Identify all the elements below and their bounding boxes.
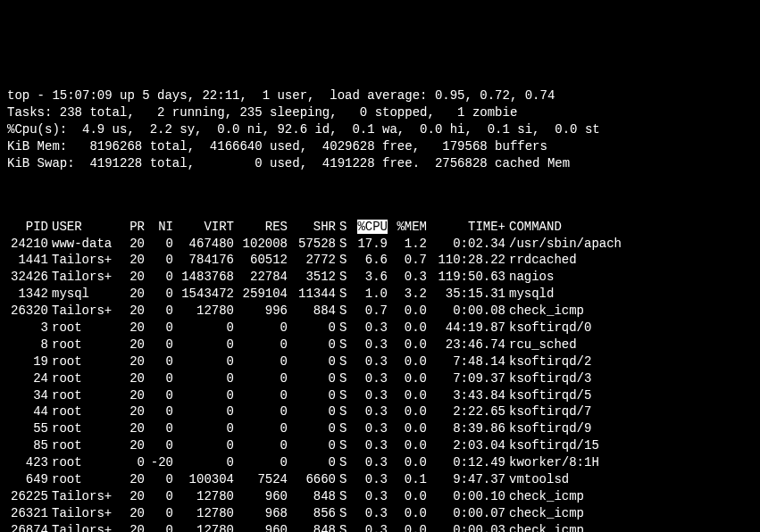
cell-virt: 0 — [177, 420, 238, 437]
col-mem[interactable]: %MEM — [391, 219, 430, 236]
table-row[interactable]: 44root200000S0.30.02:22.65ksoftirqd/7 — [7, 403, 625, 420]
cell-cmd: ksoftirqd/3 — [509, 370, 625, 387]
col-pr[interactable]: PR — [121, 219, 148, 236]
cell-cpu: 6.6 — [352, 252, 391, 269]
cell-shr: 0 — [291, 353, 339, 370]
cell-pid: 24210 — [7, 236, 52, 253]
table-row[interactable]: 19root200000S0.30.07:48.14ksoftirqd/2 — [7, 353, 625, 370]
table-row[interactable]: 55root200000S0.30.08:39.86ksoftirqd/9 — [7, 420, 625, 437]
cell-virt: 0 — [177, 387, 238, 404]
cell-mem: 1.2 — [391, 236, 430, 253]
table-row[interactable]: 34root200000S0.30.03:43.84ksoftirqd/5 — [7, 387, 625, 404]
cell-cpu: 0.3 — [352, 522, 391, 532]
cell-shr: 0 — [291, 403, 339, 420]
cell-cpu: 0.3 — [352, 488, 391, 505]
cell-ni: 0 — [148, 370, 177, 387]
cell-ni: 0 — [148, 387, 177, 404]
cell-user: root — [52, 370, 121, 387]
cell-shr: 0 — [291, 420, 339, 437]
table-row[interactable]: 26320Tailors+20012780996884S0.70.00:00.0… — [7, 303, 625, 320]
cell-shr: 0 — [291, 387, 339, 404]
column-header-row[interactable]: PID USER PR NI VIRT RES SHR S %CPU %MEM … — [7, 219, 625, 236]
cell-res: 102008 — [238, 236, 291, 253]
cell-cmd: /usr/sbin/apach — [509, 236, 625, 253]
cell-cpu: 0.3 — [352, 505, 391, 522]
table-row[interactable]: 649root20010030475246660S0.30.19:47.37vm… — [7, 471, 625, 488]
cell-s: S — [339, 337, 352, 353]
cell-pr: 20 — [121, 437, 148, 454]
process-table[interactable]: PID USER PR NI VIRT RES SHR S %CPU %MEM … — [7, 219, 625, 532]
cell-res: 960 — [238, 488, 291, 505]
cell-pr: 20 — [121, 269, 148, 286]
cell-mem: 0.1 — [391, 471, 430, 488]
cell-user: mysql — [52, 286, 121, 303]
col-pid[interactable]: PID — [7, 219, 52, 236]
table-row[interactable]: 24root200000S0.30.07:09.37ksoftirqd/3 — [7, 370, 625, 387]
cell-res: 0 — [238, 353, 291, 370]
cell-s: S — [339, 454, 352, 471]
table-row[interactable]: 85root200000S0.30.02:03.04ksoftirqd/15 — [7, 437, 625, 454]
cell-pr: 20 — [121, 420, 148, 437]
col-s[interactable]: S — [339, 219, 352, 236]
cell-mem: 0.0 — [391, 403, 430, 420]
cell-user: root — [52, 403, 121, 420]
cell-virt: 0 — [177, 403, 238, 420]
cell-pr: 20 — [121, 286, 148, 303]
cell-pid: 44 — [7, 403, 52, 420]
cell-mem: 0.0 — [391, 522, 430, 532]
cell-user: Tailors+ — [52, 488, 121, 505]
cell-res: 0 — [238, 437, 291, 454]
cell-pr: 20 — [121, 252, 148, 269]
cell-pid: 85 — [7, 437, 52, 454]
cell-ni: 0 — [148, 269, 177, 286]
cell-time: 119:50.63 — [430, 269, 509, 286]
cell-pr: 20 — [121, 488, 148, 505]
table-row[interactable]: 3root200000S0.30.044:19.87ksoftirqd/0 — [7, 320, 625, 337]
cell-pid: 423 — [7, 454, 52, 471]
col-user[interactable]: USER — [52, 219, 121, 236]
cell-pr: 0 — [121, 454, 148, 471]
col-shr[interactable]: SHR — [291, 219, 339, 236]
cell-res: 0 — [238, 420, 291, 437]
cell-virt: 0 — [177, 454, 238, 471]
cell-virt: 12780 — [177, 505, 238, 522]
cell-pr: 20 — [121, 403, 148, 420]
cell-shr: 2772 — [291, 252, 339, 269]
cell-pid: 55 — [7, 420, 52, 437]
cell-time: 23:46.74 — [430, 337, 509, 353]
cell-shr: 6660 — [291, 471, 339, 488]
col-res[interactable]: RES — [238, 219, 291, 236]
table-row[interactable]: 423root0-20000S0.30.00:12.49kworker/8:1H — [7, 454, 625, 471]
col-time[interactable]: TIME+ — [430, 219, 509, 236]
cell-ni: 0 — [148, 252, 177, 269]
cell-shr: 3512 — [291, 269, 339, 286]
cell-ni: 0 — [148, 403, 177, 420]
cell-user: root — [52, 337, 121, 353]
table-row[interactable]: 26874Tailors+20012780960848S0.30.00:00.0… — [7, 522, 625, 532]
cell-pid: 34 — [7, 387, 52, 404]
table-row[interactable]: 24210www-data20046748010200857528S17.91.… — [7, 236, 625, 253]
cell-cpu: 0.3 — [352, 337, 391, 353]
cell-ni: 0 — [148, 471, 177, 488]
cell-pid: 26225 — [7, 488, 52, 505]
cell-res: 0 — [238, 403, 291, 420]
cell-s: S — [339, 488, 352, 505]
col-virt[interactable]: VIRT — [177, 219, 238, 236]
cell-res: 0 — [238, 370, 291, 387]
cell-ni: 0 — [148, 337, 177, 353]
cell-shr: 848 — [291, 522, 339, 532]
table-row[interactable]: 1441Tailors+200784176605122772S6.60.7110… — [7, 252, 625, 269]
col-cpu[interactable]: %CPU — [357, 220, 388, 234]
col-command[interactable]: COMMAND — [509, 219, 625, 236]
summary-swap-line: KiB Swap: 4191228 total, 0 used, 4191228… — [7, 156, 570, 170]
col-ni[interactable]: NI — [148, 219, 177, 236]
cell-time: 35:15.31 — [430, 286, 509, 303]
table-row[interactable]: 8root200000S0.30.023:46.74rcu_sched — [7, 337, 625, 353]
blank-line — [7, 189, 753, 202]
table-row[interactable]: 1342mysql200154347225910411344S1.03.235:… — [7, 286, 625, 303]
cell-user: Tailors+ — [52, 303, 121, 320]
cell-s: S — [339, 437, 352, 454]
table-row[interactable]: 32426Tailors+2001483768227843512S3.60.31… — [7, 269, 625, 286]
table-row[interactable]: 26225Tailors+20012780960848S0.30.00:00.1… — [7, 488, 625, 505]
table-row[interactable]: 26321Tailors+20012780968856S0.30.00:00.0… — [7, 505, 625, 522]
